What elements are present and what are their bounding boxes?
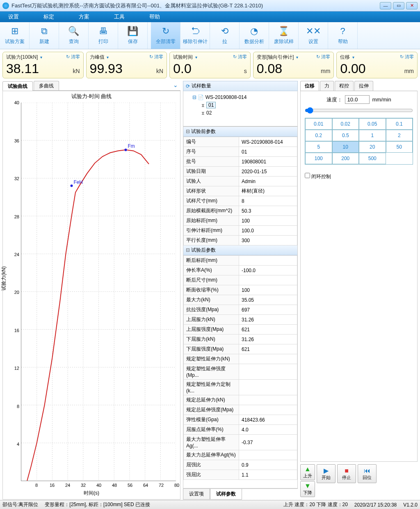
tab-settings-item[interactable]: 设置项 (183, 489, 210, 500)
toolbar-打印[interactable]: 🖶打印 (89, 22, 118, 49)
menu-方案[interactable]: 方案 (79, 13, 89, 21)
param-row[interactable]: 上屈服强度(Mpa)621 (184, 325, 297, 335)
speed-0.2[interactable]: 0.2 (305, 130, 332, 141)
rtab-位移[interactable]: 位移 (300, 81, 319, 91)
speed-1[interactable]: 1 (359, 130, 386, 141)
speed-slider[interactable] (305, 107, 413, 114)
speed-preset-grid: 0.010.020.050.10.20.5125102050100200500 (305, 118, 413, 165)
speed-10[interactable]: 10 (332, 141, 359, 153)
speed-5[interactable]: 5 (305, 141, 332, 153)
tab-test-curve[interactable]: 试验曲线 (2, 81, 33, 91)
toolbar-设置[interactable]: ✕✕设置 (299, 22, 328, 49)
param-row[interactable]: 试验人Admin (184, 177, 297, 186)
param-row[interactable]: 规定塑性延伸强度(Mp... (184, 364, 297, 380)
start-button[interactable]: ▶开始 (317, 464, 336, 483)
param-row[interactable]: 试验日期2020-01-15 (184, 167, 297, 177)
closed-loop-checkbox[interactable]: 闭环控制 (305, 174, 331, 179)
speed-50[interactable]: 50 (386, 141, 413, 153)
tab-multi-curve[interactable]: 多曲线 (34, 81, 59, 90)
tree-leaf-02[interactable]: ⧗ 02 (186, 109, 295, 117)
rtab-力[interactable]: 力 (320, 81, 334, 91)
zero-button[interactable]: 清零 (233, 54, 247, 61)
menu-工具[interactable]: 工具 (114, 13, 125, 21)
post-params-header[interactable]: 试验后参数 (183, 245, 297, 255)
param-row[interactable]: 平行长度(mm)300 (184, 236, 297, 245)
close-button[interactable]: ✕ (406, 2, 418, 9)
param-row[interactable]: 屈服点延伸率(%)4.0 (184, 425, 297, 435)
param-row[interactable]: 伸长率A(%)-100.0 (184, 266, 297, 275)
tab-sample-params[interactable]: 试样参数 (210, 489, 242, 500)
speed-input[interactable] (345, 95, 370, 104)
toolbar-移除引伸计[interactable]: ⮌移除引伸计 (180, 22, 210, 49)
param-row[interactable]: 引伸计标距(mm)100.0 (184, 226, 297, 236)
toolbar-新建[interactable]: ⧉新建 (30, 22, 59, 49)
param-row[interactable]: 规定总延伸强度(Mpa) (184, 405, 297, 415)
param-row[interactable]: 下屈服强度(Mpa)621 (184, 344, 297, 354)
toolbar-帮助[interactable]: ?帮助 (328, 22, 358, 49)
param-row[interactable]: 强屈比1.1 (184, 470, 297, 480)
toolbar-保存[interactable]: 💾保存 (118, 22, 148, 49)
toolbar-废除试样[interactable]: ⌛废除试样 (269, 22, 299, 49)
maximize-button[interactable]: ▭ (393, 2, 404, 9)
param-row[interactable]: 断后尺寸(mm) (184, 275, 297, 285)
toolbar-试验方案[interactable]: ⊞试验方案 (0, 22, 30, 49)
speed-0.01[interactable]: 0.01 (305, 118, 332, 130)
refresh-icon[interactable]: ⟳ (186, 83, 190, 89)
param-row[interactable]: 原始标距(mm)100 (184, 216, 297, 226)
设置-icon: ✕✕ (306, 26, 321, 37)
speed-0.02[interactable]: 0.02 (332, 118, 359, 130)
y-axis-label: 试验力(kN) (0, 266, 7, 291)
menu-帮助[interactable]: 帮助 (149, 13, 160, 21)
zero-button[interactable]: 清零 (66, 54, 80, 61)
param-row[interactable]: 断面收缩率(%)100 (184, 285, 297, 295)
return-button[interactable]: ⏮回位 (358, 464, 377, 483)
tree-leaf-01[interactable]: ⧗ 01 (186, 101, 295, 109)
pre-params-header[interactable]: 试验前参数 (183, 127, 297, 137)
param-row[interactable]: 抗拉强度(Mpa)697 (184, 305, 297, 315)
param-row[interactable]: 试样尺寸(mm)8 (184, 196, 297, 206)
zero-button[interactable]: 清零 (316, 54, 330, 61)
zero-button[interactable]: 清零 (149, 54, 163, 61)
param-row[interactable]: 编号WS-20190808-014 (184, 137, 297, 147)
stop-button[interactable]: ■停止 (337, 464, 356, 483)
toolbar-数据分析[interactable]: ◔数据分析 (240, 22, 269, 49)
speed-500[interactable]: 500 (359, 153, 386, 164)
rtab-拉伸[interactable]: 拉伸 (354, 81, 373, 91)
param-row[interactable]: 规定塑性延伸力定制(k... (184, 380, 297, 395)
speed-2[interactable]: 2 (386, 130, 413, 141)
main-toolbar: ⊞试验方案⧉新建🔍查询🖶打印💾保存↻全部清零⮌移除引伸计⟲拉◔数据分析⌛废除试样… (0, 22, 420, 49)
speed-20[interactable]: 20 (359, 141, 386, 153)
param-row[interactable]: 断后标距(mm) (184, 256, 297, 266)
minimize-button[interactable]: — (380, 2, 391, 9)
param-row[interactable]: 屈强比0.9 (184, 460, 297, 470)
param-row[interactable]: 下屈服力(kN)31.26 (184, 335, 297, 344)
toolbar-查询[interactable]: 🔍查询 (59, 22, 89, 49)
speed-0.1[interactable]: 0.1 (386, 118, 413, 130)
param-row[interactable]: 上屈服力(kN)31.26 (184, 315, 297, 325)
chevron-down-icon[interactable]: ⌄ (171, 81, 180, 90)
down-button[interactable]: ▼下降 (300, 481, 315, 497)
param-row[interactable]: 原始横截面积(mm^2)50.3 (184, 206, 297, 216)
menu-标定[interactable]: 标定 (43, 13, 54, 21)
param-row[interactable]: 最大力(kN)35.05 (184, 295, 297, 305)
speed-0.05[interactable]: 0.05 (359, 118, 386, 130)
param-row[interactable]: 最大力塑性延伸率Ag(...-0.37 (184, 435, 297, 450)
param-row[interactable]: 规定总延伸力(kN) (184, 395, 297, 405)
speed-200[interactable]: 200 (332, 153, 359, 164)
ytick: 36 (14, 138, 19, 143)
param-row[interactable]: 弹性模量(Gpa)418423.66 (184, 415, 297, 425)
speed-0.5[interactable]: 0.5 (332, 130, 359, 141)
param-row[interactable]: 最大力总延伸率Agt(%) (184, 450, 297, 460)
toolbar-全部清零[interactable]: ↻全部清零 (151, 22, 180, 49)
param-row[interactable]: 批号190808001 (184, 157, 297, 167)
rtab-程控[interactable]: 程控 (335, 81, 354, 91)
param-row[interactable]: 序号01 (184, 147, 297, 157)
param-row[interactable]: 试样形状棒材(直径) (184, 186, 297, 196)
speed-100[interactable]: 100 (305, 153, 332, 164)
up-button[interactable]: ▲上升 (300, 464, 315, 480)
zero-button[interactable]: 清零 (400, 54, 414, 61)
toolbar-拉[interactable]: ⟲拉 (210, 22, 240, 49)
menu-设置[interactable]: 设置 (8, 13, 19, 21)
param-row[interactable]: 规定塑性延伸力(kN) (184, 354, 297, 364)
tree-root[interactable]: ⊟ 📄 WS-20190808-014 (186, 94, 295, 101)
